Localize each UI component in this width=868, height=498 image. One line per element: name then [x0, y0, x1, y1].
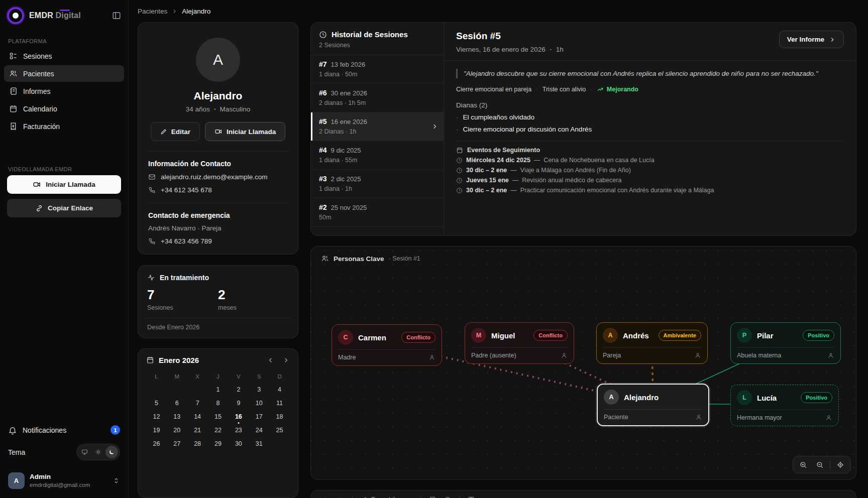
session-history-item-6[interactable]: #630 ene 20262 dianas · 1h 5m: [311, 84, 444, 112]
calendar-day[interactable]: 26: [146, 437, 167, 450]
graph-title: Personas Clave: [334, 255, 384, 263]
calendar-day[interactable]: 12: [146, 410, 167, 423]
sidebar-item-facturacion[interactable]: Facturación: [4, 118, 124, 135]
patient-start-call-button[interactable]: Iniciar Llamada: [205, 122, 285, 141]
person-node-andres[interactable]: AAndrésAmbivalentePareja: [596, 322, 708, 364]
calendar-day[interactable]: 5: [146, 397, 167, 410]
shape-square-icon[interactable]: [429, 496, 436, 498]
person-node-miguel[interactable]: MMiguelConflictoPadre (ausente): [465, 322, 574, 364]
person-icon: [825, 414, 832, 421]
sidebar-item-label: Pacientes: [23, 70, 54, 78]
person-node-alejandro[interactable]: AAlejandroPaciente: [597, 384, 709, 426]
calendar-day[interactable]: 25: [269, 424, 290, 437]
sidebar-item-calendario[interactable]: Calendario: [4, 100, 124, 117]
center-view-icon[interactable]: [833, 458, 848, 471]
copy-link-button[interactable]: Copiar Enlace: [7, 199, 121, 217]
person-icon: [827, 352, 834, 359]
chevron-right-icon[interactable]: [282, 356, 290, 364]
chevrons-up-down-icon: [113, 477, 120, 484]
calendar-day[interactable]: 3: [249, 383, 269, 396]
calendar-day[interactable]: 15: [208, 410, 229, 423]
node-role: Padre (ausente): [471, 352, 561, 359]
calendar-day[interactable]: 6: [167, 397, 187, 410]
chevron-right-icon: [171, 8, 178, 15]
treatment-stats: 7 Sesiones 2 meses: [147, 288, 289, 311]
patient-phone-row: +34 612 345 678: [148, 186, 288, 194]
calendar-day[interactable]: 23: [228, 424, 249, 437]
redo-icon[interactable]: [337, 496, 344, 498]
undo-icon[interactable]: [321, 496, 329, 498]
breadcrumb-parent[interactable]: Pacientes: [138, 8, 167, 15]
sidebar-collapse-icon[interactable]: [112, 11, 121, 20]
emergency-phone: +34 623 456 789: [161, 237, 212, 245]
shape-circle-icon[interactable]: [444, 496, 451, 498]
theme-dark-icon[interactable]: [105, 446, 118, 458]
zoom-out-icon[interactable]: [812, 458, 827, 471]
zoom-in-icon[interactable]: [796, 458, 811, 471]
sidebar-item-pacientes[interactable]: Pacientes: [4, 65, 124, 82]
pen-icon: [361, 496, 368, 498]
theme-label: Tema: [8, 448, 25, 456]
user-menu[interactable]: A Admin emdrdigital@gmail.com: [5, 468, 123, 493]
calendar-day[interactable]: 30: [228, 437, 249, 450]
calendar-day[interactable]: 4: [269, 383, 290, 396]
calendar-day[interactable]: 18: [269, 410, 290, 423]
node-role: Abuela materna: [737, 352, 827, 359]
calendar-day[interactable]: 29: [208, 437, 229, 450]
start-call-button[interactable]: Iniciar Llamada: [7, 175, 121, 194]
sidebar-item-sesiones[interactable]: Sesiones: [4, 48, 124, 64]
node-name: Andrés: [623, 331, 654, 340]
calendar-day[interactable]: 24: [249, 424, 269, 437]
phone-icon: [148, 237, 156, 245]
follow-up-event: Miércoles 24 dic 2025—Cena de Nochebuena…: [456, 157, 844, 164]
sidebar-item-label: Facturación: [23, 122, 60, 131]
view-report-button[interactable]: Ver Informe: [779, 31, 844, 48]
session-history-item-4[interactable]: #49 dic 20251 diana · 55m: [311, 141, 444, 170]
grid-icon[interactable]: [468, 496, 475, 498]
calendar-day[interactable]: 17: [249, 410, 269, 423]
session-date-line: Viernes, 16 de enero de 2026 • 1h: [456, 46, 564, 53]
chevron-left-icon[interactable]: [267, 356, 274, 364]
notifications-item[interactable]: Notificaciones 1: [0, 420, 128, 440]
graph-stage[interactable]: CCarmenConflictoMadreMMiguelConflictoPad…: [311, 246, 856, 479]
theme-system-icon[interactable]: [78, 446, 91, 458]
calendar-day[interactable]: 13: [167, 410, 187, 423]
free-stroke-tool[interactable]: Trazo Libre: [361, 496, 412, 498]
notebook-icon: [9, 87, 18, 95]
calendar-day[interactable]: 20: [167, 424, 187, 437]
calendar-day[interactable]: 8: [208, 397, 229, 410]
calendar-day[interactable]: 21: [187, 424, 208, 437]
node-avatar: M: [471, 328, 486, 343]
history-subtitle: 2 Sesiones: [319, 42, 436, 49]
calendar-day[interactable]: 10: [249, 397, 269, 410]
calendar-day[interactable]: 7: [187, 397, 208, 410]
person-node-lucia[interactable]: LLucíaPositivoHermana mayor: [730, 385, 839, 426]
calendar-day[interactable]: 14: [187, 410, 208, 423]
calendar-day[interactable]: 19: [146, 424, 167, 437]
calendar-day[interactable]: 11: [269, 397, 290, 410]
person-node-pilar[interactable]: PPilarPositivoAbuela materna: [730, 322, 841, 364]
session-duration: 1h: [556, 46, 564, 53]
calendar-day[interactable]: 27: [167, 437, 187, 450]
node-role: Hermana mayor: [737, 414, 825, 421]
person-node-carmen[interactable]: CCarmenConflictoMadre: [332, 324, 442, 366]
session-history-item-2[interactable]: #225 nov 202550m: [311, 198, 444, 227]
calendar-day[interactable]: 2: [228, 383, 249, 396]
emdr-logo-icon: [7, 7, 24, 24]
stat-months: 2 meses: [218, 288, 289, 311]
relationship-badge: Ambivalente: [659, 330, 701, 341]
link-icon: [35, 204, 43, 212]
edit-button[interactable]: Editar: [151, 122, 200, 141]
calendar-day[interactable]: 1: [208, 383, 229, 396]
session-history-item-5[interactable]: #516 ene 20262 Dianas · 1h: [311, 112, 444, 141]
calendar-day[interactable]: 28: [187, 437, 208, 450]
theme-light-icon[interactable]: [92, 446, 104, 458]
session-history-item-7[interactable]: #713 feb 20261 diana · 50m: [311, 55, 444, 84]
session-history-item-3[interactable]: #32 dic 20251 diana · 1h: [311, 170, 444, 198]
calendar-day[interactable]: 9: [228, 397, 249, 410]
calendar-nav: [267, 356, 290, 364]
sidebar-item-informes[interactable]: Informes: [4, 83, 124, 99]
calendar-day[interactable]: 31: [249, 437, 269, 450]
calendar-day[interactable]: 22: [208, 424, 229, 437]
calendar-day-selected[interactable]: 16: [228, 410, 249, 423]
